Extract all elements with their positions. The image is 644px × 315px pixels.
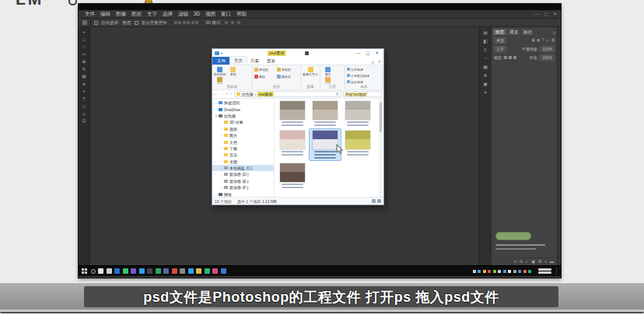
3d-mode-icon[interactable] <box>237 21 240 24</box>
auto-select-value-dropdown[interactable]: 图层 <box>123 20 131 26</box>
menu-item[interactable]: 编辑 <box>100 11 110 18</box>
taskbar-app-icon[interactable] <box>180 268 185 274</box>
taskbar-app-icon[interactable] <box>163 268 169 274</box>
up-button[interactable]: ↑ <box>230 92 233 96</box>
panel-tab[interactable]: 图层 <box>493 29 506 35</box>
layer-filter-icon[interactable]: ▭ <box>546 38 550 42</box>
taskbar-app-icon[interactable] <box>205 268 210 274</box>
sidebar-item[interactable]: ›快速访问 <box>212 100 274 106</box>
tray-icon[interactable] <box>503 270 506 273</box>
sidebar-item[interactable]: ∨此电脑 <box>212 113 274 119</box>
menu-item[interactable]: 帮助 <box>236 11 247 18</box>
tab-file[interactable]: 文件 <box>212 57 230 65</box>
tool-icon[interactable]: ✎ <box>82 67 86 72</box>
tray-icon[interactable] <box>478 270 481 273</box>
taskbar-clock[interactable] <box>538 268 551 274</box>
sidebar-item[interactable]: ›新加卷 (D:) <box>212 171 274 177</box>
maximize-icon[interactable]: ▢ <box>544 12 548 16</box>
dock-panel-icon[interactable]: ≡ <box>484 47 487 52</box>
layers-bottom-icon[interactable]: ∞ <box>514 260 517 264</box>
taskbar-app-icon[interactable] <box>139 268 145 274</box>
tray-icon[interactable] <box>513 270 516 273</box>
taskbar-app-icon[interactable] <box>131 268 136 274</box>
file-tile[interactable] <box>342 129 373 160</box>
tool-icon[interactable]: + <box>82 30 86 34</box>
tool-icon[interactable]: ⊞ <box>82 59 86 64</box>
show-desktop-button[interactable] <box>556 268 558 275</box>
tool-icon[interactable]: ▤ <box>82 74 86 79</box>
show-transform-checkbox[interactable] <box>135 21 138 25</box>
taskbar-app-icon[interactable] <box>147 268 152 274</box>
file-tile[interactable] <box>277 162 308 190</box>
menu-item[interactable]: 滤镜 <box>178 11 188 18</box>
tool-icon[interactable]: ○ <box>82 44 86 49</box>
file-tile[interactable] <box>277 129 308 160</box>
menu-item[interactable]: 文件 <box>85 11 95 18</box>
sidebar-item[interactable]: ›桌面 <box>212 159 274 165</box>
blend-mode-dropdown[interactable]: 正常 <box>494 46 506 52</box>
dock-panel-icon[interactable]: ▦ <box>483 65 488 69</box>
dock-panel-icon[interactable]: ◔ <box>484 56 487 61</box>
taskbar-app-icon[interactable] <box>107 268 112 274</box>
ribbon-button[interactable]: 全部取消选择 <box>347 73 381 79</box>
fill-value[interactable]: 100% <box>540 54 555 61</box>
sidebar-item[interactable]: ›图片 <box>212 132 274 138</box>
ribbon-button[interactable]: 全部选择 <box>347 67 381 72</box>
sidebar-item[interactable]: ›新加卷 (E:) <box>212 178 274 184</box>
tool-icon[interactable]: ◇ <box>82 111 86 116</box>
sidebar-item[interactable]: ›本地磁盘 (C:) <box>212 165 274 171</box>
dock-panel-icon[interactable]: ◧ <box>483 39 488 44</box>
dock-panel-icon[interactable]: ▤ <box>483 30 488 35</box>
back-button[interactable]: ← <box>214 92 219 96</box>
search-input[interactable]: 搜索"psd素材" <box>343 91 382 97</box>
file-tile[interactable] <box>310 100 341 128</box>
auto-select-checkbox[interactable] <box>94 21 98 25</box>
layers-bottom-icon[interactable]: fx <box>520 260 523 264</box>
tray-icon[interactable] <box>518 270 521 273</box>
start-button-icon[interactable] <box>82 268 84 271</box>
sidebar-item[interactable]: ›3D 对象 <box>212 119 274 125</box>
ribbon-button[interactable]: 新建文件夹 <box>303 67 319 76</box>
ribbon-button[interactable]: 打开 <box>322 77 334 85</box>
ribbon-button[interactable]: 固定到快速访问 <box>214 67 226 76</box>
layers-bottom-icon[interactable]: + <box>544 260 547 264</box>
tray-icon[interactable] <box>508 270 511 273</box>
minimize-icon[interactable]: — <box>534 12 539 16</box>
lock-position-icon[interactable] <box>509 56 512 59</box>
ribbon-button[interactable]: 粘贴 <box>214 77 226 85</box>
breadcrumb-root[interactable]: 此电脑 <box>242 92 254 96</box>
quick-access-toolbar-chevron-icon[interactable]: ▾ <box>221 51 222 55</box>
taskbar-app-icon[interactable] <box>156 268 161 274</box>
tray-icon[interactable] <box>523 270 527 273</box>
ribbon-button[interactable]: 移动到 <box>254 67 276 73</box>
taskbar-app-icon[interactable] <box>196 268 201 274</box>
address-input[interactable]: 此电脑 › psd素材 ↻ <box>234 91 341 97</box>
maximize-icon[interactable]: ▢ <box>366 51 369 56</box>
layer-filter-icon[interactable]: ◨ <box>551 38 555 42</box>
sidebar-item[interactable]: ›视频 <box>212 126 274 132</box>
ribbon-button[interactable]: 属性 <box>322 67 334 76</box>
ribbon-tab[interactable]: 共享 <box>247 57 263 65</box>
ribbon-tab[interactable]: 主页 <box>230 57 247 65</box>
tray-icon[interactable] <box>498 270 501 273</box>
close-icon[interactable]: ✕ <box>553 12 557 16</box>
3d-mode-icon[interactable] <box>231 21 234 24</box>
taskbar-app-icon[interactable] <box>98 268 103 274</box>
layers-bottom-icon[interactable]: ▬ <box>550 260 554 264</box>
layer-filter-icon[interactable]: ◉ <box>537 38 540 42</box>
menu-item[interactable]: 图层 <box>131 11 142 18</box>
view-toggle-buttons[interactable] <box>372 199 381 203</box>
3d-mode-icon[interactable] <box>225 21 228 24</box>
layer-filter-icon[interactable]: ▦ <box>531 38 535 42</box>
tray-icon[interactable] <box>488 270 491 273</box>
tool-icon[interactable]: Q <box>82 118 86 123</box>
minimize-icon[interactable]: — <box>356 51 361 56</box>
layers-bottom-icon[interactable]: ⊞ <box>538 260 541 264</box>
move-tool-icon[interactable] <box>82 20 87 25</box>
refresh-icon[interactable]: ↻ <box>336 92 339 96</box>
file-tile[interactable] <box>277 100 308 128</box>
sidebar-item[interactable]: ›新加卷 (F:) <box>212 184 274 191</box>
taskbar-search-icon[interactable] <box>91 269 96 274</box>
filter-type-dropdown[interactable]: 类型 <box>494 37 506 44</box>
menu-item[interactable]: 3D <box>194 11 200 18</box>
